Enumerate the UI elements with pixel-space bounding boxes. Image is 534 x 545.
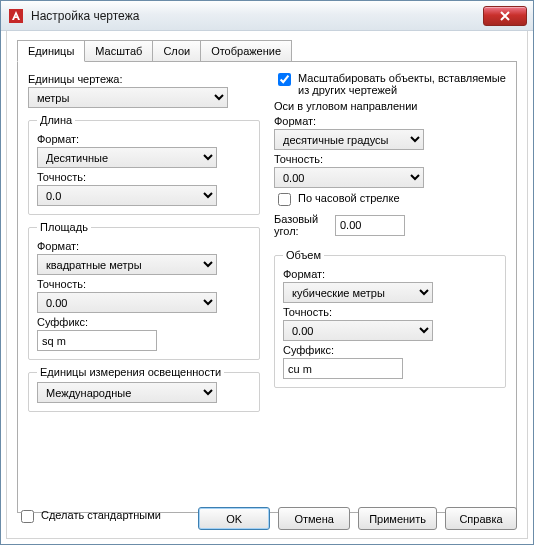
tab-scale[interactable]: Масштаб bbox=[84, 40, 153, 62]
help-button[interactable]: Справка bbox=[445, 507, 517, 530]
drawing-units-label: Единицы чертежа: bbox=[28, 73, 260, 85]
area-format-label: Формат: bbox=[37, 240, 251, 252]
apply-button[interactable]: Применить bbox=[358, 507, 437, 530]
volume-precision-label: Точность: bbox=[283, 306, 497, 318]
area-suffix-input[interactable] bbox=[37, 330, 157, 351]
clockwise-checkbox[interactable] bbox=[278, 193, 291, 206]
area-precision-label: Точность: bbox=[37, 278, 251, 290]
volume-suffix-label: Суффикс: bbox=[283, 344, 497, 356]
volume-precision-select[interactable]: 0.00 bbox=[283, 320, 433, 341]
close-button[interactable] bbox=[483, 6, 527, 26]
angle-format-label: Формат: bbox=[274, 115, 506, 127]
length-format-label: Формат: bbox=[37, 133, 251, 145]
drawing-units-select[interactable]: метры bbox=[28, 87, 228, 108]
group-lighting-legend: Единицы измерения освещенности bbox=[37, 366, 224, 378]
area-precision-select[interactable]: 0.00 bbox=[37, 292, 217, 313]
ok-button[interactable]: OK bbox=[198, 507, 270, 530]
tab-panel-units: Единицы чертежа: метры Длина Формат: Дес… bbox=[17, 61, 517, 513]
titlebar: Настройка чертежа bbox=[1, 1, 533, 31]
length-precision-select[interactable]: 0.0 bbox=[37, 185, 217, 206]
client-area: Единицы Масштаб Слои Отображение Единицы… bbox=[6, 31, 528, 539]
group-length: Длина Формат: Десятичные Точность: 0.0 bbox=[28, 114, 260, 215]
angle-precision-label: Точность: bbox=[274, 153, 506, 165]
cancel-button[interactable]: Отмена bbox=[278, 507, 350, 530]
make-default-label: Сделать стандартными bbox=[41, 509, 161, 521]
clockwise-label: По часовой стрелке bbox=[298, 192, 400, 204]
group-volume: Объем Формат: кубические метры Точность:… bbox=[274, 249, 506, 388]
angle-format-select[interactable]: десятичные градусы bbox=[274, 129, 424, 150]
group-lighting: Единицы измерения освещенности Междунаро… bbox=[28, 366, 260, 412]
group-area-legend: Площадь bbox=[37, 221, 91, 233]
tab-display[interactable]: Отображение bbox=[200, 40, 292, 62]
base-angle-label: Базовый угол: bbox=[274, 213, 329, 237]
dialog-buttons: Сделать стандартными OK Отмена Применить… bbox=[17, 507, 517, 530]
tab-layers[interactable]: Слои bbox=[152, 40, 201, 62]
base-angle-input[interactable] bbox=[335, 215, 405, 236]
app-icon bbox=[7, 7, 25, 25]
volume-format-label: Формат: bbox=[283, 268, 497, 280]
group-length-legend: Длина bbox=[37, 114, 75, 126]
area-format-select[interactable]: квадратные метры bbox=[37, 254, 217, 275]
window-title: Настройка чертежа bbox=[31, 9, 483, 23]
volume-format-select[interactable]: кубические метры bbox=[283, 282, 433, 303]
group-volume-legend: Объем bbox=[283, 249, 324, 261]
length-format-select[interactable]: Десятичные bbox=[37, 147, 217, 168]
lighting-select[interactable]: Международные bbox=[37, 382, 217, 403]
length-precision-label: Точность: bbox=[37, 171, 251, 183]
angles-heading: Оси в угловом направлении bbox=[274, 100, 506, 112]
area-suffix-label: Суффикс: bbox=[37, 316, 251, 328]
dialog-window: Настройка чертежа Единицы Масштаб Слои О… bbox=[0, 0, 534, 545]
scale-inserted-label: Масштабировать объекты, вставляемые из д… bbox=[298, 72, 506, 96]
tabstrip: Единицы Масштаб Слои Отображение bbox=[17, 39, 527, 61]
angle-precision-select[interactable]: 0.00 bbox=[274, 167, 424, 188]
volume-suffix-input[interactable] bbox=[283, 358, 403, 379]
make-default-checkbox[interactable] bbox=[21, 510, 34, 523]
group-area: Площадь Формат: квадратные метры Точност… bbox=[28, 221, 260, 360]
scale-inserted-checkbox[interactable] bbox=[278, 73, 291, 86]
tab-units[interactable]: Единицы bbox=[17, 40, 85, 62]
